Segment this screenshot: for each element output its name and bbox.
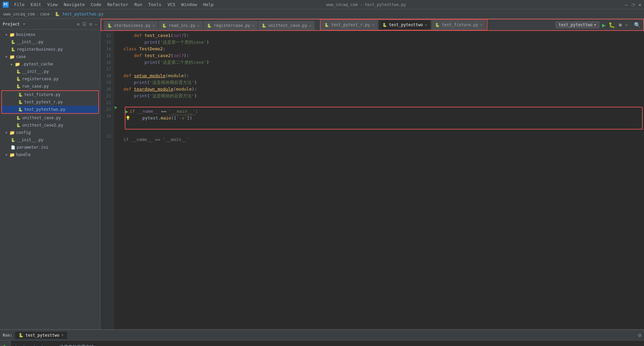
menu-tools[interactable]: Tools xyxy=(146,1,164,8)
code-content[interactable]: def test_case1(self): print('这是第一个类的case… xyxy=(121,31,644,329)
menu-vcs[interactable]: VCS xyxy=(165,1,178,8)
run-play-button[interactable]: ▶ xyxy=(4,343,7,346)
sidebar-item-registercase[interactable]: 🐍 registercase.py xyxy=(0,75,100,83)
sidebar-item-init-config[interactable]: 🐍 __init__.py xyxy=(0,136,100,144)
tab-registercase[interactable]: 🐍 registercase.py ✕ xyxy=(204,21,258,30)
py-tab-icon: 🐍 xyxy=(107,23,112,28)
run-tab-close-icon[interactable]: ✕ xyxy=(61,333,64,337)
gutter: ▶ xyxy=(114,31,121,329)
folder-label: handle xyxy=(16,152,31,157)
tab-close-icon[interactable]: ✕ xyxy=(252,23,254,28)
maximize-button[interactable]: ❐ xyxy=(632,2,634,7)
sidebar-item-init-case[interactable]: 🐍 __init__.py xyxy=(0,68,100,75)
settings-icon[interactable]: ⚙ xyxy=(89,21,92,27)
tab-close-icon[interactable]: ✕ xyxy=(152,23,155,28)
tab-sterbusiness[interactable]: 🐍 sterbusiness.py ✕ xyxy=(104,21,158,30)
breadcrumb-file[interactable]: 🐍 test_pytesttwo.py xyxy=(55,12,103,16)
close-button[interactable]: ✕ xyxy=(639,2,641,7)
folder-icon: 📁 xyxy=(9,130,15,135)
menu-navigate[interactable]: Navigate xyxy=(61,1,88,8)
sidebar-item-handle[interactable]: ▼ 📁 handle xyxy=(0,151,100,158)
sidebar-item-runcase[interactable]: 🐍 run_case.py xyxy=(0,83,100,90)
sidebar-item-config[interactable]: ▼ 📁 config xyxy=(0,129,100,136)
hint-line: if __name__ == '__main__' xyxy=(123,136,644,143)
minimize-button[interactable]: — xyxy=(625,2,628,7)
output-text: 这是类的前置方法 xyxy=(59,344,94,346)
tab-close-icon[interactable]: ✕ xyxy=(309,23,312,28)
tab-close-icon[interactable]: ✕ xyxy=(425,23,427,27)
locate-icon[interactable]: ⊕ xyxy=(77,21,79,27)
sidebar-item-testpytesttwo[interactable]: 🐍 test_pytesttwo.py xyxy=(2,106,98,113)
back-button[interactable]: ↩ xyxy=(625,22,628,28)
tab-close-icon[interactable]: ✕ xyxy=(480,23,483,27)
tab-label: test_pytesttwo xyxy=(389,22,423,27)
dropdown-arrow-icon: ▾ xyxy=(594,22,596,27)
menu-window[interactable]: Window xyxy=(179,1,200,8)
line-num-23: 23 xyxy=(101,106,111,113)
menu-code[interactable]: Code xyxy=(88,1,104,8)
sidebar-item-pytest-cache[interactable]: ▶ 📁 .pytest_cache xyxy=(0,60,100,68)
arrow-icon: ▼ xyxy=(5,153,7,157)
app-logo: PC xyxy=(3,2,9,8)
run-button[interactable]: ▶ xyxy=(602,21,606,29)
collapse-icon[interactable]: ☰ xyxy=(82,21,87,27)
tab-unittestcase[interactable]: 🐍 unittest_case.py ✕ xyxy=(258,21,315,30)
sidebar-item-unittestcase[interactable]: 🐍 unittest_case.py xyxy=(0,114,100,121)
py-tab-icon: 🐍 xyxy=(207,23,212,28)
run-tab-active[interactable]: 🐍 test_pytesttwo ✕ xyxy=(15,332,67,339)
code-line-16: print('这是第二个类的case') xyxy=(123,59,644,66)
breadcrumb-root[interactable]: www_cncaq_com xyxy=(3,12,35,16)
run-settings-icon[interactable]: ⚙ xyxy=(638,332,641,338)
run-label: Run: xyxy=(3,333,12,338)
menu-edit[interactable]: Edit xyxy=(28,1,44,8)
code-editor: 12 13 14 15 16 17 18 19 20 21 22 23 24 1… xyxy=(101,31,644,329)
py-tab-icon: 🐍 xyxy=(162,23,167,28)
if-main-highlight-box: ▶ if __name__ == '__main__': 💡 pytest.ma… xyxy=(125,107,643,130)
tab-label: sterbusiness.py xyxy=(114,23,150,28)
menu-help[interactable]: Help xyxy=(201,1,216,8)
sidebar-item-testpytestr[interactable]: 🐍 test_pytest_r.py xyxy=(2,98,98,106)
run-config-dropdown[interactable]: test_pytesttwo ▾ xyxy=(555,21,599,28)
code-line-22 xyxy=(123,99,644,106)
file-label: unittest_case.py xyxy=(22,115,61,120)
py-icon: 🐍 xyxy=(16,84,21,89)
menu-file[interactable]: File xyxy=(11,1,27,8)
coverage-button[interactable]: ⏺ xyxy=(618,22,623,28)
menu-run[interactable]: Run xyxy=(132,1,145,8)
sidebar-item-unittestcase2[interactable]: 🐍 unittest_case2.py xyxy=(0,121,100,129)
minus-icon[interactable]: — xyxy=(95,21,98,27)
file-tree: ▼ 📁 business 🐍 __init__.py 🐍 registerbus… xyxy=(0,30,100,329)
sidebar-item-business[interactable]: ▼ 📁 business xyxy=(0,31,100,38)
breadcrumb-sep1: › xyxy=(36,12,39,16)
sidebar-item-testfixture[interactable]: 🐍 test_fixture.py xyxy=(2,91,98,98)
tab-close-icon[interactable]: ✕ xyxy=(372,23,374,27)
file-label: __init__.py xyxy=(17,138,43,142)
tab-readini[interactable]: 🐍 read_ini.py ✕ xyxy=(159,21,203,30)
menu-refactor[interactable]: Refactor xyxy=(105,1,131,8)
file-label: parameter.ini xyxy=(17,145,48,150)
file-label: __init__.py xyxy=(22,69,49,74)
py-icon: 🐍 xyxy=(11,138,15,142)
py-icon: 🐍 xyxy=(18,107,23,112)
menu-view[interactable]: View xyxy=(45,1,60,8)
sidebar-item-case[interactable]: ▼ 📁 case xyxy=(0,53,100,60)
run-controls-toolbar: test_pytesttwo ▾ ▶ 🐛 ⏺ ↩ xyxy=(555,21,628,29)
run-content: ▶ ▲ ▼ ⊟ ⊞ 📌 🗑 test_pytest_r.py 这是类的前置方法 … xyxy=(0,341,644,346)
sidebar-item-parameter-ini[interactable]: 📄 parameter.ini xyxy=(0,144,100,151)
breadcrumb-middle[interactable]: case xyxy=(40,12,50,16)
sidebar-item-init-business[interactable]: 🐍 __init__.py xyxy=(0,38,100,46)
tab-testfixture[interactable]: 🐍 test_fixture.py ✕ xyxy=(432,20,486,30)
sidebar-item-registerbusiness[interactable]: 🐍 registerbusiness.py xyxy=(0,46,100,53)
bottom-hint-area: if __name__ == '__main__' xyxy=(123,135,644,144)
highlighted-tabs-group: 🐍 test_pytest_r.py ✕ 🐍 test_pytesttwo ✕ … xyxy=(320,19,487,31)
folder-label: config xyxy=(16,130,31,135)
debug-button[interactable]: 🐛 xyxy=(608,22,615,28)
main-layout: Project ▾ ⊕ ☰ ⚙ — ▼ 📁 business 🐍 __init_… xyxy=(0,19,644,329)
search-button[interactable]: 🔍 xyxy=(634,22,641,28)
tab-testpytestr[interactable]: 🐍 test_pytest_r.py ✕ xyxy=(321,20,377,30)
file-label: test_fixture.py xyxy=(24,92,60,97)
tab-testpytesttwo[interactable]: 🐍 test_pytesttwo ✕ xyxy=(379,20,431,30)
line-num-22: 22 xyxy=(101,99,111,106)
file-label: registerbusiness.py xyxy=(17,47,63,52)
tab-close-icon[interactable]: ✕ xyxy=(197,23,200,28)
